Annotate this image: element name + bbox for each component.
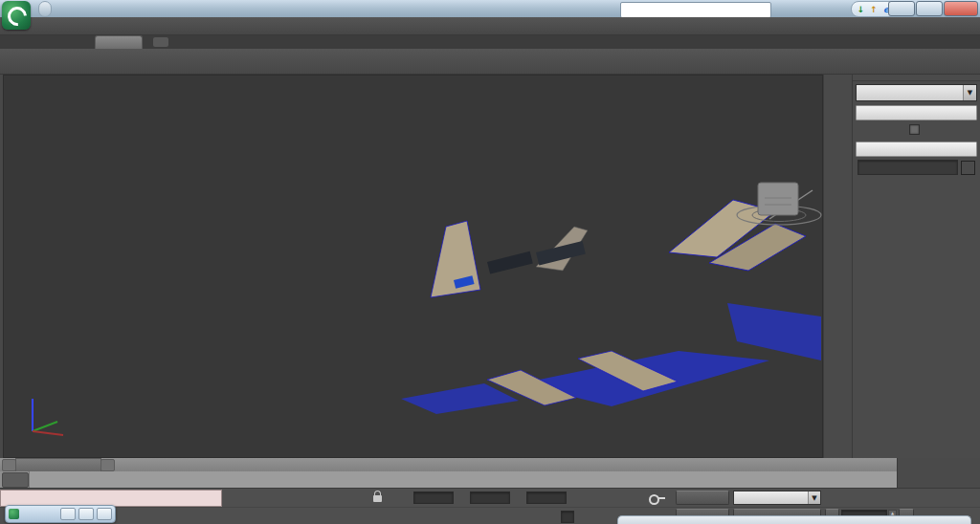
popup-window-edge — [617, 515, 971, 524]
z-coordinate-field[interactable] — [526, 491, 567, 504]
selection-lock-icon[interactable] — [373, 495, 382, 502]
track-bar-ruler[interactable] — [29, 471, 898, 488]
ribbon-tab-row — [0, 35, 980, 50]
max-mini-logo-icon — [9, 509, 19, 519]
help-search-input[interactable] — [620, 2, 771, 18]
time-slider-next-icon[interactable] — [100, 459, 115, 471]
download-arrow-icon: ↓ — [858, 5, 865, 14]
world-axis-tripod — [33, 399, 63, 435]
close-button[interactable] — [944, 1, 978, 16]
time-slider[interactable] — [0, 458, 897, 472]
perspective-viewport[interactable] — [3, 75, 823, 458]
auto-key-button[interactable] — [676, 491, 729, 505]
time-slider-prev-icon[interactable] — [2, 459, 16, 471]
primitive-type-dropdown[interactable]: ▼ — [856, 84, 977, 101]
restore-window-icon[interactable] — [60, 508, 76, 520]
absolute-mode-icon[interactable] — [386, 491, 400, 505]
y-coordinate-field[interactable] — [470, 491, 510, 504]
title-bar[interactable]: ↓ ↑ e — [0, 0, 980, 18]
track-bar[interactable] — [0, 471, 897, 488]
time-slider-handle[interactable] — [15, 458, 101, 472]
close-window-icon[interactable] — [97, 508, 112, 520]
name-color-rollout-header[interactable] — [856, 142, 977, 157]
x-coordinate-field[interactable] — [413, 491, 454, 504]
chevron-down-icon: ▼ — [808, 491, 820, 504]
track-bar-end-filler — [897, 458, 980, 488]
missile-fins-equipment — [431, 190, 813, 297]
time-tag-handle[interactable] — [561, 511, 574, 523]
max-window: ↓ ↑ e — [0, 0, 980, 524]
object-color-swatch[interactable] — [961, 161, 975, 175]
window-controls — [888, 1, 978, 16]
autogrid-checkbox[interactable] — [909, 124, 920, 135]
object-type-rollout-header[interactable] — [856, 105, 977, 120]
mini-curve-editor-button[interactable] — [2, 472, 29, 488]
menu-bar — [0, 17, 980, 35]
blank-window-icon[interactable] — [78, 508, 94, 520]
autogrid-row — [853, 122, 980, 136]
name-color-row — [858, 160, 975, 175]
tab-selection[interactable] — [95, 35, 143, 49]
minimize-button[interactable] — [888, 1, 915, 16]
window-title — [0, 2, 980, 14]
object-name-field[interactable] — [858, 160, 958, 175]
app-logo-icon[interactable] — [2, 1, 31, 30]
material-editor-taskbar-window[interactable] — [5, 505, 116, 523]
axis-constraints-toolbar — [823, 75, 853, 458]
key-icon — [649, 491, 664, 506]
maximize-button[interactable] — [916, 1, 943, 16]
upload-arrow-icon: ↑ — [870, 5, 878, 14]
command-panel: ▼ — [852, 75, 980, 524]
status-row-1: ▼ — [0, 489, 980, 507]
chevron-down-icon: ▼ — [963, 85, 976, 100]
main-toolbar — [0, 49, 980, 75]
ribbon-minimize-icon[interactable] — [153, 37, 168, 47]
viewport-scene — [4, 76, 822, 457]
create-categories — [853, 76, 980, 81]
selection-set-dropdown[interactable]: ▼ — [733, 491, 821, 505]
